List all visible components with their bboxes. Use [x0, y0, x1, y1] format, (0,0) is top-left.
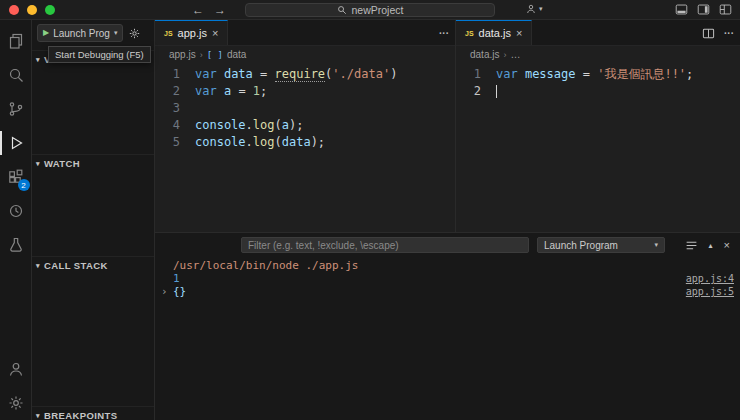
vscode-window: newProject [0, 0, 740, 420]
gear-icon[interactable] [128, 27, 141, 40]
activity-item-settings[interactable] [0, 386, 32, 420]
breadcrumb-file[interactable]: app.js [169, 49, 196, 60]
chevron-down-icon [36, 412, 40, 420]
breadcrumb-file[interactable]: data.js [470, 49, 499, 60]
code-token [217, 84, 224, 98]
code-token: = [576, 67, 598, 81]
section-call-stack[interactable]: CALL STACK [32, 256, 154, 274]
source-link[interactable]: app.js:5 [686, 285, 734, 298]
close-icon[interactable] [516, 28, 522, 39]
chevron-down-icon [36, 56, 40, 64]
code-text: console.log(data); [195, 134, 325, 151]
breadcrumb-symbol[interactable]: data [227, 49, 246, 60]
console-value-text: 1 [173, 272, 180, 285]
tab-bar: data.js [456, 20, 740, 46]
console-command-text: /usr/local/bin/node ./app.js [173, 259, 358, 272]
line-number[interactable]: 4 [155, 117, 195, 134]
account-menu[interactable] [525, 3, 543, 15]
code-token: var [195, 67, 217, 81]
more-actions-icon[interactable] [439, 28, 449, 39]
forward-arrow-icon[interactable] [214, 3, 226, 17]
line-number[interactable]: 2 [456, 83, 496, 100]
maximize-window-button[interactable] [45, 5, 55, 15]
activity-item-accounts[interactable] [0, 352, 32, 386]
activity-item-extensions[interactable]: 2 [0, 160, 32, 194]
search-project-label: newProject [352, 4, 404, 16]
beaker-icon [7, 236, 25, 254]
close-icon[interactable] [212, 28, 218, 39]
code-line[interactable]: 1var data = require('./data') [155, 66, 455, 83]
code-token: data [224, 67, 253, 81]
minimize-window-button[interactable] [27, 5, 37, 15]
line-number[interactable]: 1 [456, 66, 496, 83]
activity-item-run-debug[interactable] [0, 126, 32, 160]
launch-config-dropdown[interactable]: Launch Program [537, 237, 665, 253]
section-breakpoints[interactable]: BREAKPOINTS [32, 406, 154, 420]
code-line[interactable]: 4console.log(a); [155, 117, 455, 134]
maximize-panel-icon[interactable] [709, 241, 713, 250]
code-text: console.log(a); [195, 117, 303, 134]
code-token: var [195, 84, 217, 98]
close-panel-icon[interactable] [724, 240, 730, 251]
activity-item-explorer[interactable] [0, 24, 32, 58]
section-watch[interactable]: WATCH [32, 154, 154, 172]
line-number[interactable]: 1 [155, 66, 195, 83]
code-token: . [246, 118, 253, 132]
activity-item-source-control[interactable] [0, 92, 32, 126]
customize-layout-icon[interactable] [719, 3, 732, 16]
toggle-secondary-sidebar-icon[interactable] [697, 3, 710, 16]
debug-toolbar: Launch Prog [32, 20, 154, 46]
split-editor-icon[interactable] [702, 27, 715, 40]
source-control-icon [7, 100, 25, 118]
line-number[interactable]: 2 [155, 83, 195, 100]
command-center-search[interactable]: newProject [245, 3, 495, 17]
code-line[interactable]: 2 [456, 83, 740, 100]
expand-chevron-icon[interactable] [161, 285, 168, 298]
breadcrumb-symbol[interactable]: … [510, 49, 520, 60]
breadcrumb: app.js data [155, 46, 455, 63]
console-row: 1 app.js:4 [155, 272, 740, 285]
dropdown-value: Launch Program [544, 240, 618, 251]
console-filter-input[interactable] [241, 237, 529, 253]
toggle-panel-icon[interactable] [675, 3, 688, 16]
code-token: require [275, 67, 326, 82]
close-window-button[interactable] [9, 5, 19, 15]
code-line[interactable]: 2var a = 1; [155, 83, 455, 100]
tab-bar: app.js [155, 20, 455, 46]
line-number[interactable]: 3 [155, 100, 195, 117]
activity-item-testing[interactable] [0, 228, 32, 262]
launch-config-label: Launch Prog [53, 28, 110, 39]
code-line[interactable]: 1var message = '我是個訊息!!'; [456, 66, 740, 83]
code-editor: 1var message = '我是個訊息!!';2 [456, 63, 740, 100]
code-editor: 1var data = require('./data')2var a = 1;… [155, 63, 455, 151]
code-token: './data' [332, 67, 390, 81]
code-line[interactable]: 5console.log(data); [155, 134, 455, 151]
start-debugging-button[interactable]: Launch Prog [37, 24, 123, 42]
console-row[interactable]: {} app.js:5 [155, 285, 740, 298]
text-cursor [496, 85, 497, 98]
code-text: var a = 1; [195, 83, 267, 100]
editor-group-right: data.js data.js … 1var message = '我是個訊息!… [455, 20, 740, 232]
line-number[interactable]: 5 [155, 134, 195, 151]
code-token: console [195, 135, 246, 149]
list-tree-icon[interactable] [685, 239, 698, 252]
code-line[interactable]: 3 [155, 100, 455, 117]
title-bar: newProject [0, 0, 740, 20]
source-link[interactable]: app.js:4 [686, 272, 734, 285]
extensions-badge: 2 [18, 179, 30, 191]
chevron-down-icon [114, 29, 118, 37]
console-output: /usr/local/bin/node ./app.js 1 app.js:4 … [155, 257, 740, 298]
more-actions-icon[interactable] [724, 28, 734, 39]
tab-app-js[interactable]: app.js [155, 20, 228, 45]
code-token: 1 [253, 84, 260, 98]
activity-item-search[interactable] [0, 58, 32, 92]
activity-bar: 2 [0, 20, 32, 420]
code-token: = [253, 67, 275, 81]
tab-data-js[interactable]: data.js [456, 20, 532, 45]
activity-item-history[interactable] [0, 194, 32, 228]
code-token: ); [289, 118, 303, 132]
play-icon [43, 29, 49, 37]
code-text: var message = '我是個訊息!!'; [496, 66, 693, 83]
code-token: var [496, 67, 518, 81]
back-arrow-icon[interactable] [192, 3, 204, 17]
